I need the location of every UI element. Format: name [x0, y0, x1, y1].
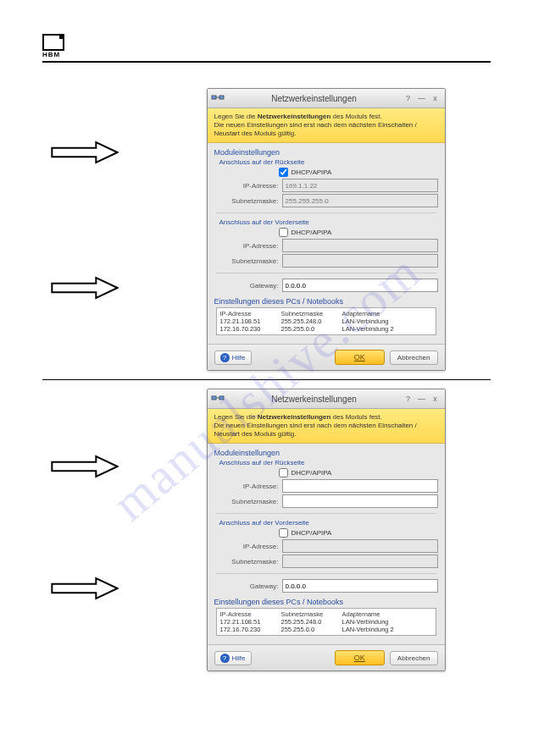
table-row[interactable]: 172.21.108.51 255.255.248.0 LAN-Verbindu… [220, 317, 432, 325]
dhcp-back-checkbox[interactable] [279, 468, 288, 477]
close-button[interactable]: x [430, 92, 441, 104]
arrow-icon [51, 577, 119, 600]
adapter-table: IP-Adresse Subnetzmaske Adaptername 172.… [216, 307, 436, 335]
help-icon: ? [220, 654, 230, 663]
gateway-input[interactable] [282, 279, 438, 292]
th-ip: IP-Adresse [220, 610, 281, 618]
svg-rect-2 [212, 396, 216, 400]
gateway-label: Gateway: [226, 582, 282, 590]
dhcp-back-label: DHCP/APIPA [291, 168, 332, 176]
subnet-front-input[interactable] [282, 555, 438, 568]
ip-back-input[interactable] [282, 479, 438, 493]
module-settings-title: Moduleinstellungen [214, 148, 438, 157]
info-strip: Legen Sie die Netzwerkeinstellungen des … [208, 108, 445, 143]
dhcp-back-label: DHCP/APIPA [291, 469, 332, 477]
dhcp-front-checkbox[interactable] [279, 228, 288, 237]
table-row[interactable]: 172.21.108.51 255.255.248.0 LAN-Verbindu… [220, 618, 432, 626]
subnet-back-input[interactable] [282, 494, 438, 508]
pc-settings-title: Einstellungen dieses PCs / Notebooks [214, 297, 438, 306]
dhcp-front-checkbox[interactable] [279, 528, 288, 538]
th-subnet: Subnetzmaske [281, 610, 342, 618]
adapter-table: IP-Adresse Subnetzmaske Adaptername 172.… [216, 608, 436, 636]
back-connection-title: Anschluss auf der Rückseite [219, 158, 438, 166]
help-icon: ? [220, 353, 230, 362]
cancel-button[interactable]: Abbrechen [390, 651, 438, 665]
minimize-button[interactable]: — [416, 393, 428, 405]
dhcp-back-checkbox[interactable] [279, 168, 288, 177]
table-row[interactable]: 172.16.70.230 255.255.0.0 LAN-Verbindung… [220, 325, 432, 333]
dialog-title: Netzwerkeinstellungen [228, 395, 401, 404]
ip-back-input[interactable] [282, 179, 438, 192]
network-icon [211, 393, 225, 405]
info-strip: Legen Sie die Netzwerkeinstellungen des … [208, 409, 445, 444]
th-adapter: Adaptername [342, 310, 432, 317]
arrow-icon [51, 455, 119, 478]
hbm-logo-icon [42, 34, 64, 51]
ok-button[interactable]: OK [335, 650, 385, 665]
network-settings-dialog: Netzwerkeinstellungen ? — x Legen Sie di… [207, 389, 446, 671]
front-connection-title: Anschluss auf der Vorderseite [219, 218, 438, 226]
help-button[interactable]: ?Hilfe [214, 651, 252, 665]
subnet-back-label: Subnetzmaske: [226, 498, 282, 505]
dhcp-front-label: DHCP/APIPA [291, 529, 332, 537]
subnet-front-label: Subnetzmaske: [226, 257, 282, 265]
cancel-button[interactable]: Abbrechen [390, 350, 438, 365]
help-button[interactable]: ?Hilfe [214, 350, 252, 365]
network-settings-dialog: Netzwerkeinstellungen ? — x Legen Sie di… [207, 88, 446, 371]
subnet-front-label: Subnetzmaske: [226, 558, 282, 566]
gateway-input[interactable] [282, 579, 438, 593]
ok-button[interactable]: OK [335, 350, 385, 365]
ip-front-input[interactable] [282, 239, 438, 252]
ip-front-input[interactable] [282, 539, 438, 553]
table-row[interactable]: 172.16.70.230 255.255.0.0 LAN-Verbindung… [220, 626, 432, 633]
module-settings-title: Moduleinstellungen [214, 449, 438, 457]
arrow-icon [51, 141, 119, 164]
minimize-button[interactable]: — [416, 92, 428, 104]
svg-rect-3 [219, 396, 224, 400]
dhcp-front-label: DHCP/APIPA [291, 229, 332, 236]
network-icon [211, 92, 225, 104]
th-adapter: Adaptername [342, 610, 432, 618]
help-button[interactable]: ? [403, 92, 414, 104]
ip-front-label: IP-Adresse: [226, 543, 282, 550]
arrow-icon [51, 276, 119, 300]
ip-back-label: IP-Adresse: [226, 182, 282, 190]
subnet-back-input[interactable] [282, 194, 438, 207]
subnet-front-input[interactable] [282, 254, 438, 268]
th-subnet: Subnetzmaske [281, 310, 342, 317]
front-connection-title: Anschluss auf der Vorderseite [219, 519, 438, 527]
subnet-back-label: Subnetzmaske: [226, 197, 282, 205]
ip-back-label: IP-Adresse: [226, 483, 282, 490]
help-button[interactable]: ? [403, 393, 414, 405]
ip-front-label: IP-Adresse: [226, 242, 282, 250]
svg-rect-1 [219, 96, 224, 99]
pc-settings-title: Einstellungen dieses PCs / Notebooks [214, 598, 438, 606]
hbm-logo-text: HBM [42, 51, 64, 58]
back-connection-title: Anschluss auf der Rückseite [219, 459, 438, 466]
svg-rect-0 [212, 96, 216, 99]
dialog-title: Netzwerkeinstellungen [228, 94, 401, 103]
gateway-label: Gateway: [226, 282, 282, 290]
th-ip: IP-Adresse [220, 310, 281, 317]
close-button[interactable]: x [430, 393, 441, 405]
